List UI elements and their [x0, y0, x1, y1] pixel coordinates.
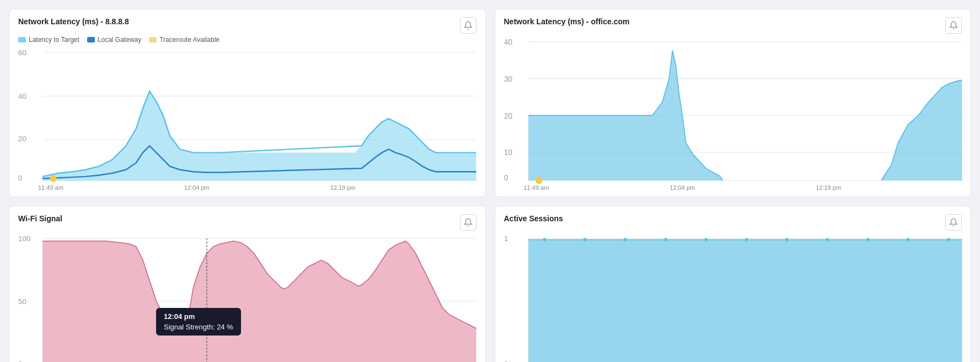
sessions-dot — [583, 238, 586, 242]
svg-text:20: 20 — [504, 111, 512, 120]
svg-text:0: 0 — [18, 360, 22, 362]
sessions-dot — [664, 238, 667, 242]
bell-icon — [949, 21, 958, 30]
svg-text:100: 100 — [18, 235, 30, 243]
sessions-dot — [543, 238, 546, 242]
chart-area: 100 50 0 12:04 pm Signal Strength: 24 % — [18, 233, 476, 362]
svg-text:1: 1 — [504, 235, 508, 243]
chart-area: 1 0 — [504, 233, 962, 362]
sessions-dot — [947, 238, 950, 242]
chart-area: 60 40 20 0 — [18, 47, 476, 183]
alert-bell-button[interactable] — [460, 17, 476, 34]
legend-swatch — [149, 37, 157, 42]
x-label-2: 12:04 pm — [670, 184, 695, 191]
latency-chart-office: 40 30 20 10 0 — [504, 36, 962, 183]
sessions-dot — [704, 238, 708, 242]
legend-item-traceroute: Traceroute Available — [149, 36, 219, 44]
x-axis-labels: 11:49 am 12:04 pm 12:19 pm — [504, 184, 962, 191]
svg-text:40: 40 — [18, 92, 26, 100]
latency-area — [42, 91, 476, 180]
card-header: Network Latency (ms) - office.com — [504, 17, 962, 34]
legend-swatch — [18, 37, 26, 42]
alert-bell-button[interactable] — [945, 17, 962, 34]
sessions-dot — [906, 238, 909, 242]
legend-label: Latency to Target — [29, 36, 79, 44]
sessions-dot — [623, 238, 626, 242]
x-label-1: 11:49 am — [38, 184, 63, 191]
x-label-1: 11:49 am — [524, 184, 549, 191]
wifi-area — [42, 241, 476, 362]
card-latency-office: Network Latency (ms) - office.com 40 30 … — [495, 9, 972, 197]
svg-text:0: 0 — [504, 173, 508, 182]
svg-text:20: 20 — [18, 135, 26, 143]
traceroute-dot — [50, 175, 56, 182]
card-title: Network Latency (ms) - office.com — [504, 17, 630, 26]
svg-text:0: 0 — [504, 360, 508, 362]
svg-text:40: 40 — [504, 37, 512, 46]
legend-item-gateway: Local Gateway — [87, 36, 141, 44]
card-wifi: Wi-Fi Signal 100 50 0 — [9, 206, 486, 362]
sessions-area — [528, 240, 962, 362]
card-title: Wi-Fi Signal — [18, 214, 62, 223]
x-label-2: 12:04 pm — [184, 184, 210, 191]
sessions-dot — [785, 238, 788, 242]
dashboard-grid: Network Latency (ms) - 8.8.8.8 Latency t… — [9, 9, 971, 353]
x-label-3: 12:19 pm — [816, 184, 841, 191]
x-axis-labels: 11:49 am 12:04 pm 12:19 pm — [18, 184, 476, 191]
bell-icon — [464, 218, 473, 227]
card-header: Network Latency (ms) - 8.8.8.8 — [18, 17, 476, 34]
legend-swatch — [87, 37, 95, 42]
card-sessions: Active Sessions 1 0 — [495, 206, 972, 362]
latency-chart-8888: 60 40 20 0 — [18, 47, 476, 183]
svg-text:10: 10 — [504, 148, 512, 157]
alert-bell-button[interactable] — [945, 214, 962, 231]
card-title: Active Sessions — [504, 214, 563, 223]
sessions-dot — [866, 238, 869, 242]
sessions-dot — [826, 238, 829, 242]
card-header: Wi-Fi Signal — [18, 214, 476, 231]
legend-item-latency: Latency to Target — [18, 36, 79, 44]
legend-label: Local Gateway — [98, 36, 141, 44]
sessions-chart: 1 0 — [504, 233, 962, 362]
chart-legend: Latency to Target Local Gateway Tracerou… — [18, 36, 476, 44]
svg-text:50: 50 — [18, 297, 26, 306]
bell-icon — [949, 218, 958, 227]
svg-text:30: 30 — [504, 74, 512, 83]
svg-text:60: 60 — [18, 49, 26, 57]
x-label-3: 12:19 pm — [330, 184, 356, 191]
wifi-chart: 100 50 0 — [18, 233, 476, 362]
chart-area: 40 30 20 10 0 — [504, 36, 962, 183]
bell-icon — [464, 21, 473, 30]
alert-bell-button[interactable] — [460, 214, 476, 231]
sessions-dot — [745, 238, 748, 242]
card-header: Active Sessions — [504, 214, 962, 231]
svg-text:0: 0 — [18, 174, 22, 182]
traceroute-dot — [535, 177, 542, 184]
card-latency-8888: Network Latency (ms) - 8.8.8.8 Latency t… — [9, 9, 486, 197]
card-title: Network Latency (ms) - 8.8.8.8 — [18, 17, 129, 26]
legend-label: Traceroute Available — [159, 36, 219, 44]
